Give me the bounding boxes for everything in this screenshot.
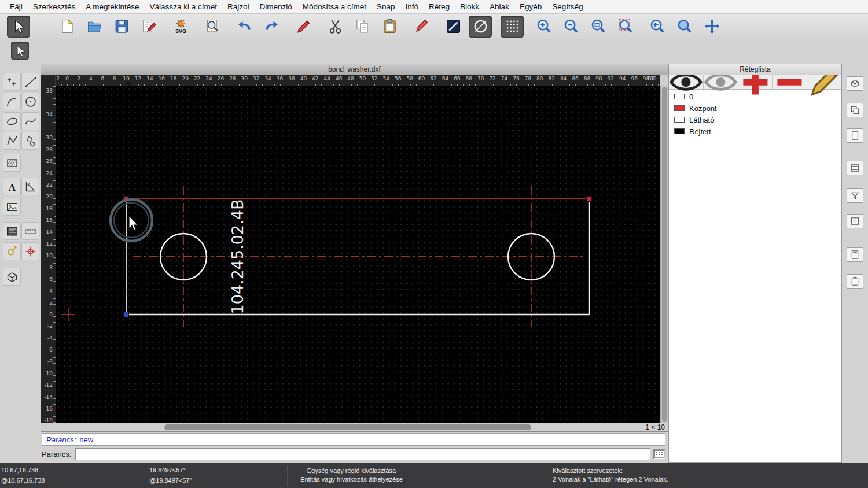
horizontal-scrollbar[interactable] bbox=[56, 423, 641, 431]
menu-a-megtekint-se[interactable]: A megtekintése bbox=[80, 2, 144, 11]
document-titlebar[interactable]: bond_washer.dxf bbox=[41, 64, 668, 75]
palette-modify-tool[interactable] bbox=[3, 242, 21, 260]
menu-szerkeszt-s[interactable]: Szerkesztés bbox=[28, 2, 81, 11]
menu-v-lassza-ki-a-c-met[interactable]: Válassza ki a címet bbox=[145, 2, 222, 11]
dock-page-button[interactable] bbox=[847, 128, 863, 143]
selection-handle[interactable] bbox=[587, 197, 592, 202]
command-input[interactable] bbox=[75, 448, 650, 460]
toolbar-new-file-button[interactable] bbox=[56, 16, 79, 38]
menu-ablak[interactable]: Ablak bbox=[484, 2, 514, 11]
palette-polyline-tool[interactable] bbox=[3, 132, 21, 150]
toolbar-paste-button[interactable] bbox=[378, 16, 401, 38]
toolbar-zoom-out-button[interactable] bbox=[560, 16, 583, 38]
ruler-label: 0 bbox=[65, 76, 69, 82]
toolbar-zoom-pan-button[interactable] bbox=[700, 16, 723, 38]
palette-ruler-tool[interactable] bbox=[21, 222, 39, 240]
toolbar-zoom-window-button[interactable] bbox=[673, 16, 696, 38]
toolbar-svg-export-button[interactable]: SVG bbox=[169, 16, 192, 38]
palette-dimension-tool[interactable] bbox=[21, 178, 39, 195]
ruler-cursor-marker-v bbox=[52, 215, 56, 220]
layer-panel-remove-layer-button[interactable] bbox=[773, 75, 807, 89]
toolbar-circle-tool-button[interactable] bbox=[469, 16, 492, 38]
palette-text-tool[interactable]: A bbox=[3, 178, 21, 195]
layer-row-l-that[interactable]: Látható bbox=[669, 114, 841, 125]
ruler-label: -2 bbox=[47, 323, 53, 329]
toolbar-grid-toggle-button[interactable] bbox=[501, 16, 524, 38]
svg-text:A: A bbox=[8, 182, 16, 193]
palette-image-tool[interactable] bbox=[3, 198, 21, 216]
zoom-page-indicator: 1 < 10 bbox=[645, 423, 665, 431]
dock-filter-button[interactable] bbox=[847, 188, 863, 203]
toolbar-zoom-select-button[interactable] bbox=[614, 16, 637, 38]
palette-snap-tool[interactable] bbox=[21, 242, 39, 260]
layer-panel-add-layer-button[interactable] bbox=[738, 75, 773, 89]
ruler-label: 14 bbox=[46, 229, 53, 235]
toolbar-edit-drawing-button[interactable] bbox=[137, 16, 160, 38]
ruler-label: 90 bbox=[595, 76, 602, 82]
toolbar-select-arrow-button[interactable] bbox=[7, 16, 30, 38]
palette-line-tool[interactable] bbox=[21, 73, 39, 91]
menu-m-dos-tsa-a-c-met[interactable]: Módosítsa a címet bbox=[297, 2, 372, 11]
ruler-label: 14 bbox=[146, 76, 153, 82]
toolbar-zoom-in-button[interactable] bbox=[532, 16, 556, 38]
layer-row-rejtett[interactable]: Rejtett bbox=[669, 125, 841, 137]
menu-blokk[interactable]: Blokk bbox=[455, 2, 484, 11]
selection-handle[interactable] bbox=[124, 312, 129, 317]
horizontal-scrollbar-thumb[interactable] bbox=[164, 424, 531, 430]
menu-r-teg[interactable]: Réteg bbox=[424, 2, 455, 11]
toolbar-undo-button[interactable] bbox=[233, 16, 256, 38]
tool-palette: A bbox=[0, 39, 41, 463]
toolbar-zoom-auto-button[interactable] bbox=[587, 16, 610, 38]
layer-row-0[interactable]: 0 bbox=[669, 91, 841, 102]
ruler-label: 66 bbox=[454, 76, 460, 82]
svg-text:SVG: SVG bbox=[175, 28, 186, 34]
toolbar-line-attributes-button[interactable] bbox=[442, 16, 465, 38]
ruler-label: 40 bbox=[300, 76, 307, 82]
palette-select-tool[interactable] bbox=[11, 42, 29, 60]
palette-circle-tool[interactable] bbox=[21, 93, 39, 110]
palette-ellipse-tool[interactable] bbox=[3, 112, 21, 130]
layer-panel-toggle-all-visible-button[interactable] bbox=[669, 75, 704, 89]
command-prompt-label: Parancs: bbox=[42, 450, 71, 459]
vertical-scrollbar[interactable] bbox=[660, 86, 668, 423]
menu-inf[interactable]: Infó bbox=[400, 2, 424, 11]
toolbar-open-file-button[interactable] bbox=[83, 16, 106, 38]
palette-measure-tool[interactable] bbox=[3, 222, 21, 240]
palette-box3d-tool[interactable] bbox=[3, 268, 21, 286]
palette-points-tool[interactable] bbox=[3, 73, 21, 91]
dock-table-button[interactable] bbox=[847, 214, 863, 228]
dock-clipboard-button[interactable] bbox=[847, 274, 863, 289]
layer-panel-edit-layer-button[interactable] bbox=[807, 75, 841, 89]
toolbar-draw-pen-button[interactable] bbox=[410, 16, 433, 38]
toolbar-zoom-previous-button[interactable] bbox=[646, 16, 669, 38]
palette-arc-tool[interactable] bbox=[3, 93, 21, 110]
ruler-label: 50 bbox=[359, 76, 366, 82]
palette-polygon-tool[interactable] bbox=[21, 132, 39, 150]
menu-f-jl[interactable]: Fájl bbox=[5, 2, 28, 11]
menu-seg-ts-g[interactable]: Segítség bbox=[547, 2, 588, 11]
toolbar-print-preview-button[interactable] bbox=[201, 16, 224, 38]
menu-snap[interactable]: Snap bbox=[372, 2, 400, 11]
toolbar-copy-button[interactable] bbox=[351, 16, 374, 38]
palette-hatch-tool[interactable] bbox=[3, 154, 21, 172]
toolbar-edit-pen-button[interactable] bbox=[292, 16, 315, 38]
toolbar-save-file-button[interactable] bbox=[110, 16, 133, 38]
vertical-scrollbar-thumb[interactable] bbox=[662, 87, 667, 422]
dock-list-button[interactable] bbox=[847, 161, 863, 175]
menu-egy-b[interactable]: Egyéb bbox=[514, 2, 547, 11]
drawing-canvas[interactable]: 104.245.02.4B bbox=[56, 86, 660, 423]
drawing-text-label[interactable]: 104.245.02.4B bbox=[229, 199, 247, 315]
layer-row-k-zpont[interactable]: Központ bbox=[669, 102, 841, 114]
mouse-cursor bbox=[129, 216, 138, 230]
layer-panel-toggle-construction-button[interactable] bbox=[704, 75, 738, 89]
menu-dimenzi[interactable]: Dimenzió bbox=[254, 2, 297, 11]
dock-cube-button[interactable] bbox=[847, 76, 863, 91]
toolbar-redo-button[interactable] bbox=[260, 16, 283, 38]
menu-rajzol[interactable]: Rajzol bbox=[222, 2, 255, 11]
palette-spline-tool[interactable] bbox=[21, 112, 39, 130]
keyboard-toggle-button[interactable] bbox=[653, 449, 665, 459]
dock-layers-button[interactable] bbox=[847, 103, 863, 117]
ruler-label: 2 bbox=[78, 76, 81, 82]
dock-notes-button[interactable] bbox=[847, 247, 863, 262]
toolbar-cut-button[interactable] bbox=[323, 16, 347, 38]
